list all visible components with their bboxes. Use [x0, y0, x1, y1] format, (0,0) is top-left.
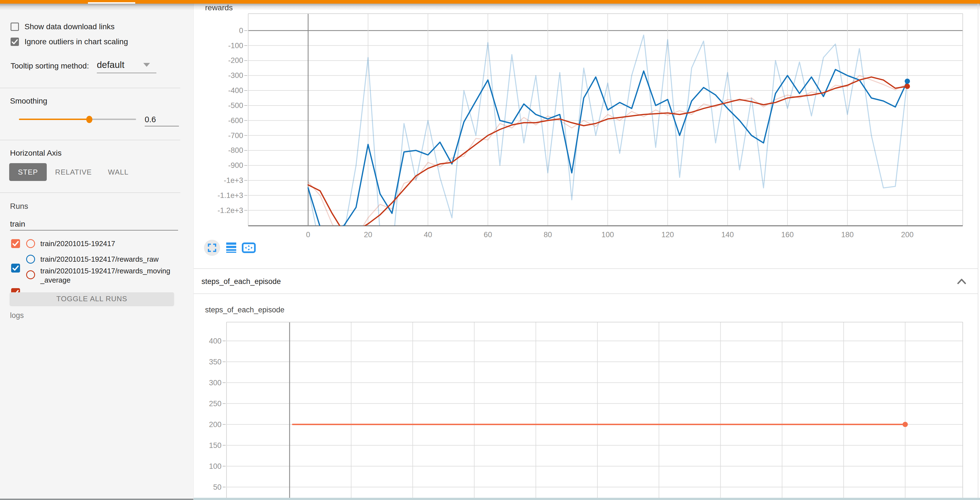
- tensorboard-window: Show data download links Ignore outliers…: [0, 0, 980, 500]
- svg-text:250: 250: [209, 400, 221, 408]
- svg-text:-500: -500: [228, 101, 243, 110]
- app-toolbar: [0, 0, 980, 4]
- svg-text:-200: -200: [228, 56, 243, 65]
- divider: [0, 88, 180, 88]
- svg-text:200: 200: [209, 420, 221, 429]
- svg-text:80: 80: [544, 231, 552, 239]
- smoothing-slider-active-track[interactable]: [19, 119, 89, 120]
- run-row: train/20201015-192417: [0, 4, 193, 13]
- run-color-circle[interactable]: [26, 255, 35, 264]
- rewards-chart[interactable]: 0-100-200-300-400-500-600-700-800-900-1e…: [194, 10, 980, 239]
- run-color-circle[interactable]: [26, 239, 35, 248]
- svg-text:50: 50: [213, 483, 221, 491]
- svg-text:160: 160: [781, 231, 794, 239]
- window-bottom-edge: [0, 498, 193, 500]
- toggle-all-runs-button[interactable]: TOGGLE ALL RUNS: [10, 292, 174, 306]
- smoothing-value-input[interactable]: 0.6: [145, 115, 156, 124]
- svg-text:60: 60: [484, 231, 492, 239]
- svg-text:20: 20: [364, 231, 372, 239]
- divider: [0, 140, 180, 140]
- run-label[interactable]: train/20201015-192417/rewards_raw: [40, 255, 174, 264]
- svg-text:-900: -900: [228, 161, 243, 170]
- smoothing-slider-track[interactable]: [89, 119, 136, 120]
- smoothing-value-underline: [145, 126, 179, 126]
- chevron-up-icon[interactable]: [956, 278, 967, 285]
- svg-text:150: 150: [209, 441, 221, 450]
- axis-relative-button[interactable]: RELATIVE: [54, 163, 93, 181]
- svg-text:-700: -700: [228, 131, 243, 140]
- section-divider: [194, 293, 978, 294]
- fit-domain-icon[interactable]: [242, 242, 256, 253]
- logs-label: logs: [10, 311, 24, 320]
- show-data-download-links-label: Show data download links: [24, 22, 115, 31]
- svg-text:180: 180: [841, 231, 854, 239]
- runs-filter-underline: [10, 230, 178, 231]
- svg-text:0: 0: [239, 27, 243, 35]
- check-icon: [11, 264, 20, 272]
- svg-text:-1.2e+3: -1.2e+3: [218, 206, 243, 215]
- run-checkbox[interactable]: [11, 264, 20, 272]
- svg-text:100: 100: [209, 462, 221, 470]
- ignore-outliers-checkbox[interactable]: [11, 38, 19, 46]
- runs-label: Runs: [10, 202, 28, 211]
- horizontal-scrollbar[interactable]: [194, 498, 980, 500]
- card-divider: [194, 268, 978, 269]
- caret-down-icon[interactable]: [143, 63, 150, 67]
- tooltip-sorting-underline: [97, 73, 156, 73]
- fullscreen-icon[interactable]: [208, 244, 216, 252]
- check-icon: [11, 38, 19, 46]
- svg-text:140: 140: [721, 231, 734, 239]
- run-label[interactable]: train/20201015-192417/rewards_moving_ave…: [40, 266, 174, 285]
- svg-text:40: 40: [424, 231, 432, 239]
- svg-text:120: 120: [662, 231, 674, 239]
- svg-text:100: 100: [601, 231, 614, 239]
- scrollbar-track[interactable]: [978, 4, 978, 500]
- svg-text:-100: -100: [228, 41, 243, 50]
- tooltip-sorting-select[interactable]: default: [97, 60, 124, 70]
- axis-step-button[interactable]: STEP: [9, 163, 47, 181]
- divider: [0, 193, 180, 193]
- run-color-circle[interactable]: [26, 270, 35, 279]
- smoothing-label: Smoothing: [10, 97, 47, 105]
- run-label[interactable]: train/20201015-192417: [40, 239, 174, 248]
- svg-text:200: 200: [901, 231, 913, 239]
- section-header-title[interactable]: steps_of_each_episode: [202, 277, 281, 286]
- horizontal-axis-label: Horizontal Axis: [10, 149, 62, 158]
- show-data-download-links-checkbox[interactable]: [11, 22, 19, 31]
- svg-text:-1.1e+3: -1.1e+3: [218, 191, 243, 200]
- svg-text:-400: -400: [228, 86, 243, 95]
- svg-text:-600: -600: [228, 116, 243, 125]
- run-checkbox[interactable]: [11, 239, 20, 248]
- svg-text:-300: -300: [228, 71, 243, 80]
- data-lines-icon[interactable]: [226, 242, 236, 253]
- ignore-outliers-label: Ignore outliers in chart scaling: [24, 38, 128, 46]
- check-icon: [11, 239, 20, 248]
- tooltip-sorting-label: Tooltip sorting method:: [11, 62, 89, 70]
- svg-text:300: 300: [209, 379, 221, 387]
- settings-sidebar: Show data download links Ignore outliers…: [0, 4, 194, 500]
- svg-text:350: 350: [209, 358, 221, 366]
- steps-chart-title: steps_of_each_episode: [205, 306, 284, 314]
- run-row: train/20201015-192417/rewards_raw: [0, 13, 193, 21]
- rewards-chart-title: rewards: [205, 3, 233, 12]
- smoothing-slider-thumb[interactable]: [86, 116, 92, 123]
- axis-wall-button[interactable]: WALL: [103, 163, 134, 181]
- svg-text:0: 0: [306, 231, 310, 239]
- svg-text:-800: -800: [228, 146, 243, 154]
- steps-chart[interactable]: 40035030025020015010050: [194, 317, 980, 500]
- runs-filter-input[interactable]: train: [10, 220, 25, 229]
- svg-text:400: 400: [209, 337, 221, 345]
- svg-text:-1e+3: -1e+3: [224, 176, 243, 185]
